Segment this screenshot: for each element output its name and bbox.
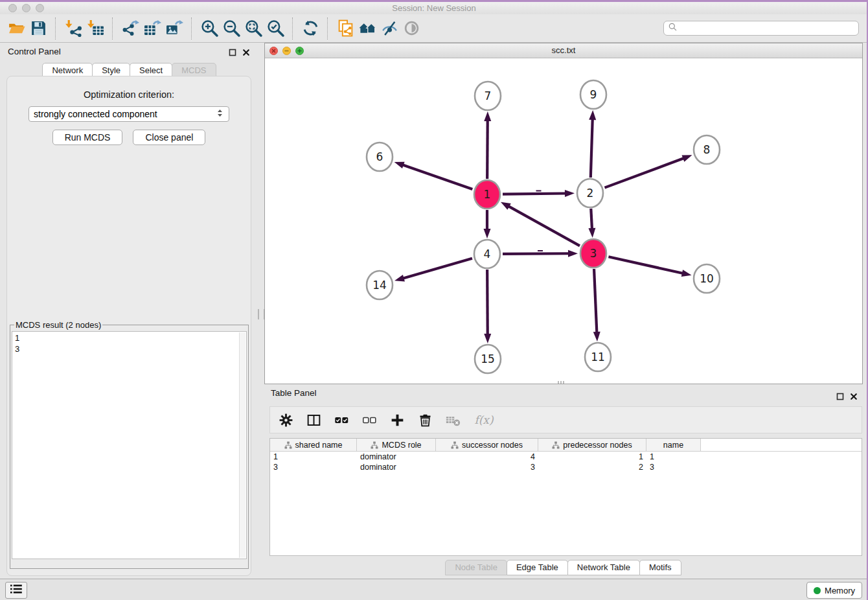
edge-arrowhead xyxy=(484,229,491,238)
gear-icon[interactable] xyxy=(278,411,293,428)
edge-3-1[interactable] xyxy=(508,206,580,246)
save-icon[interactable] xyxy=(27,17,49,40)
edge-3-10[interactable] xyxy=(608,257,682,273)
run-mcds-button[interactable]: Run MCDS xyxy=(52,130,123,145)
table-cell[interactable]: dominator xyxy=(357,462,436,472)
column-label: successor nodes xyxy=(462,441,523,450)
edge-label-mark xyxy=(536,190,542,192)
table-row[interactable]: 3dominator323 xyxy=(270,462,862,472)
split-panel-icon[interactable] xyxy=(306,411,321,428)
edge-arrowhead xyxy=(681,270,692,277)
column-label: name xyxy=(663,441,683,450)
close-table-panel-icon[interactable] xyxy=(850,391,858,403)
edge-arrowhead xyxy=(394,275,405,282)
column-hierarchy-icon xyxy=(552,441,560,449)
import-network-icon[interactable] xyxy=(62,17,84,40)
check-pair-icon[interactable] xyxy=(334,411,349,428)
export-table-icon[interactable] xyxy=(141,17,163,40)
canvas-resize-handle[interactable] xyxy=(558,381,564,384)
window-frame-top xyxy=(0,0,868,2)
refresh-icon[interactable] xyxy=(299,17,321,40)
uncheck-pair-icon[interactable] xyxy=(361,411,377,428)
zoom-selected-icon[interactable] xyxy=(264,17,286,40)
close-panel-icon[interactable] xyxy=(242,47,250,59)
table-cell[interactable]: 4 xyxy=(436,452,538,462)
table-cell[interactable]: 1 xyxy=(538,452,646,462)
tab-motifs[interactable]: Motifs xyxy=(639,560,681,575)
search-box[interactable] xyxy=(663,21,859,36)
tab-node-table[interactable]: Node Table xyxy=(445,560,507,575)
control-panel: Control Panel NetworkStyleSelectMCDS Opt… xyxy=(0,43,259,579)
clone-network-icon[interactable] xyxy=(334,17,356,40)
graph-node-label: 7 xyxy=(485,89,492,102)
export-image-icon[interactable] xyxy=(163,17,185,40)
network-window: scc.txt 1234678910111415 xyxy=(264,43,863,384)
column-header-MCDS-role[interactable]: MCDS role xyxy=(357,439,436,451)
table-cell[interactable]: dominator xyxy=(357,452,436,462)
table-body: 1dominator4113dominator323 xyxy=(270,452,862,472)
hide-eye-icon[interactable] xyxy=(378,17,400,40)
edge-arrowhead xyxy=(501,202,511,210)
toolbar-separator xyxy=(112,17,113,40)
show-eye-icon[interactable] xyxy=(400,17,422,40)
edge-1-6[interactable] xyxy=(403,165,472,190)
edge-1-7[interactable] xyxy=(487,121,488,179)
table-cell[interactable]: 3 xyxy=(646,462,701,472)
edge-1-2[interactable] xyxy=(503,193,565,194)
mcds-result-text[interactable]: 13 xyxy=(12,331,247,559)
dropdown-value: strongly connected component xyxy=(34,109,216,119)
trash-icon[interactable] xyxy=(417,411,433,428)
column-header-successor-nodes[interactable]: successor nodes xyxy=(436,439,538,451)
function-fx-label: f(x) xyxy=(474,413,493,426)
result-scrollbar[interactable] xyxy=(239,332,246,558)
edge-2-3[interactable] xyxy=(591,209,592,229)
network-window-title: scc.txt xyxy=(265,45,862,55)
edge-3-11[interactable] xyxy=(594,269,597,332)
table-row[interactable]: 1dominator411 xyxy=(270,452,862,462)
main-toolbar xyxy=(0,14,868,43)
table-cell[interactable]: 1 xyxy=(646,452,701,462)
float-panel-icon[interactable] xyxy=(229,47,236,59)
float-table-panel-icon[interactable] xyxy=(836,391,844,403)
home-neighbors-icon[interactable] xyxy=(356,17,378,40)
edge-2-9[interactable] xyxy=(591,119,593,178)
open-folder-icon[interactable] xyxy=(5,17,27,40)
column-header-name[interactable]: name xyxy=(646,439,701,451)
network-window-titlebar[interactable]: scc.txt xyxy=(265,43,862,58)
status-list-button[interactable] xyxy=(5,582,27,599)
table-panel-tabs: Node TableEdge TableNetwork TableMotifs xyxy=(264,560,863,575)
edge-arrowhead xyxy=(589,110,596,120)
delete-table-icon xyxy=(445,411,461,428)
zoom-out-icon[interactable] xyxy=(220,17,242,40)
edge-2-8[interactable] xyxy=(604,158,683,187)
column-header-shared-name[interactable]: shared name xyxy=(270,439,357,451)
table-cell[interactable]: 3 xyxy=(270,462,357,472)
import-table-icon[interactable] xyxy=(84,17,106,40)
tab-network-table[interactable]: Network Table xyxy=(567,560,640,575)
table-cell[interactable]: 3 xyxy=(436,462,538,472)
close-panel-button[interactable]: Close panel xyxy=(133,130,205,145)
table-cell[interactable]: 1 xyxy=(270,452,357,462)
toolbar-separator xyxy=(327,17,328,40)
mcds-panel: Optimization criterion: strongly connect… xyxy=(6,76,251,576)
table-cell[interactable]: 2 xyxy=(538,462,646,472)
memory-button[interactable]: Memory xyxy=(806,582,862,599)
result-line: 3 xyxy=(15,343,244,354)
optimization-criterion-dropdown[interactable]: strongly connected component xyxy=(29,106,229,122)
column-label: shared name xyxy=(295,441,343,450)
zoom-fit-icon[interactable] xyxy=(242,17,264,40)
toolbar-separator xyxy=(292,17,293,40)
network-canvas[interactable]: 1234678910111415 xyxy=(265,58,862,384)
edge-arrowhead xyxy=(588,228,595,238)
table-panel-header: Table Panel xyxy=(264,387,863,402)
edge-4-3[interactable] xyxy=(503,253,569,254)
zoom-in-icon[interactable] xyxy=(198,17,220,40)
edge-4-14[interactable] xyxy=(404,259,472,279)
add-plus-icon[interactable] xyxy=(389,411,405,428)
column-header-predecessor-nodes[interactable]: predecessor nodes xyxy=(538,439,646,451)
tab-edge-table[interactable]: Edge Table xyxy=(507,560,568,575)
optimization-criterion-label: Optimization criterion: xyxy=(7,89,251,100)
edge-4-15[interactable] xyxy=(487,270,488,334)
export-network-icon[interactable] xyxy=(119,17,141,40)
search-input[interactable] xyxy=(681,23,854,34)
